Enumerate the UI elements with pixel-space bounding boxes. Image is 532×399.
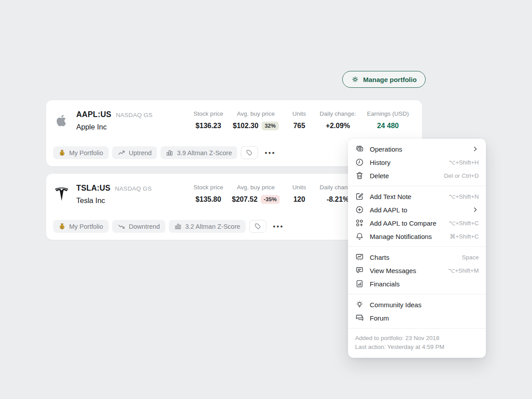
bar-chart-icon	[166, 149, 173, 156]
edit-note-icon	[355, 192, 364, 201]
context-menu: Operations History ⌥+Shift+H	[348, 139, 486, 358]
svg-text:$: $	[61, 225, 63, 229]
chip-label: Uptrend	[129, 149, 152, 156]
clock-icon	[355, 158, 364, 167]
menu-section-community: Community Ideas Forum	[348, 294, 486, 329]
stat-earnings: Earnings (USD) 24 480	[367, 110, 409, 130]
loss-badge: -35%	[261, 195, 280, 204]
lightbulb-icon	[355, 300, 364, 309]
message-icon	[355, 266, 364, 275]
chip-label: 3.9 Altman Z-Score	[177, 149, 232, 156]
shortcut-label: ⌘+Shift+C	[450, 233, 479, 240]
gain-badge: 32%	[262, 121, 279, 130]
menu-section-add: Add Text Note ⌥+Shift+N Add AAPL to	[348, 186, 486, 247]
stat-daily-change: Daily change: +2.09%	[320, 110, 356, 130]
tag-icon	[254, 223, 262, 230]
menu-item-add-aapl-to[interactable]: Add AAPL to	[348, 203, 486, 216]
chip-label: My Portfolio	[69, 223, 103, 230]
exchange-label: NASDAQ GS	[116, 112, 153, 118]
shortcut-label: ⌥+Shift+N	[449, 193, 479, 200]
svg-text:$: $	[61, 152, 63, 155]
company-name: Tesla Inc	[76, 196, 152, 205]
apple-logo	[54, 110, 70, 131]
gear-icon	[351, 75, 359, 83]
stat-avg-buy-price: Avg. buy price $102.30 32%	[233, 110, 279, 130]
menu-section-views: Charts Space View Messages ⌥+Shift+M	[348, 247, 486, 294]
chip-altman-z-score[interactable]: 3.2 Altman Z-Score	[169, 220, 246, 233]
portfolio-page: Manage portfolio AAPL:US NASDAQ GS Apple…	[0, 0, 532, 399]
ticker-symbol: TSLA:US	[76, 184, 110, 193]
exchange-label: NASDAQ GS	[115, 185, 152, 192]
add-tag-button[interactable]	[249, 220, 266, 233]
shortcut-label: Space	[462, 254, 479, 261]
cash-icon	[355, 145, 364, 153]
manage-portfolio-button[interactable]: Manage portfolio	[342, 71, 426, 88]
menu-item-forum[interactable]: Forum	[348, 311, 486, 325]
ticker-symbol: AAPL:US	[76, 110, 111, 119]
tag-icon	[246, 149, 253, 156]
menu-item-community-ideas[interactable]: Community Ideas	[348, 298, 486, 311]
menu-item-charts[interactable]: Charts Space	[348, 250, 486, 264]
menu-item-operations[interactable]: Operations	[348, 142, 486, 156]
stat-stock-price: Stock price $135.80	[194, 184, 223, 204]
trending-up-icon	[117, 149, 125, 157]
chip-my-portfolio[interactable]: $ My Portfolio	[53, 220, 109, 233]
menu-item-view-messages[interactable]: View Messages ⌥+Shift+M	[348, 264, 486, 277]
more-options-button[interactable]: •••	[273, 220, 284, 233]
shortcut-label: ⌥+Shift+M	[448, 267, 479, 274]
shortcut-label: Del or Ctrl+D	[444, 172, 479, 179]
tesla-logo	[54, 184, 70, 205]
company-name: Apple Inc	[76, 123, 153, 131]
chart-board-icon	[355, 253, 364, 262]
menu-footer: Added to portfolio: 23 Nov 2018 Last act…	[348, 329, 486, 358]
menu-item-delete[interactable]: Delete Del or Ctrl+D	[348, 169, 486, 182]
money-bag-icon: $	[59, 223, 66, 230]
menu-item-financials[interactable]: Financials	[348, 277, 486, 290]
compare-icon	[355, 219, 364, 227]
trending-down-icon	[117, 223, 125, 231]
bar-chart-icon	[174, 223, 182, 230]
chip-label: Downtrend	[129, 223, 160, 230]
menu-item-manage-notifications[interactable]: Manage Notifications ⌘+Shift+C	[348, 230, 486, 243]
chip-my-portfolio[interactable]: $ My Portfolio	[53, 146, 109, 159]
bell-icon	[355, 232, 364, 241]
stat-stock-price: Stock price $136.23	[194, 110, 223, 130]
trash-icon	[355, 171, 364, 180]
financials-icon	[355, 279, 364, 288]
plus-circle-icon	[355, 205, 364, 214]
stat-units: Units 765	[293, 110, 306, 130]
menu-item-history[interactable]: History ⌥+Shift+H	[348, 156, 486, 169]
more-options-button[interactable]: •••	[265, 146, 276, 159]
chip-altman-z-score[interactable]: 3.9 Altman Z-Score	[160, 146, 237, 159]
chip-label: 3.2 Altman Z-Score	[185, 223, 240, 230]
add-tag-button[interactable]	[241, 146, 258, 159]
money-bag-icon: $	[59, 149, 66, 156]
stat-avg-buy-price: Avg. buy price $207.52 -35%	[232, 184, 280, 204]
stat-units: Units 120	[293, 184, 306, 204]
chip-trend-downtrend[interactable]: Downtrend	[112, 220, 165, 233]
chip-trend-uptrend[interactable]: Uptrend	[112, 146, 157, 159]
menu-item-add-aapl-to-compare[interactable]: Add AAPL to Compare ⌥+Shift+C	[348, 216, 486, 230]
chevron-right-icon	[472, 145, 479, 153]
shortcut-label: ⌥+Shift+C	[449, 219, 479, 227]
forum-icon	[355, 313, 364, 322]
manage-portfolio-label: Manage portfolio	[363, 76, 417, 83]
last-action-text: Last action: Yesterday at 4:59 PM	[355, 343, 479, 352]
chip-label: My Portfolio	[69, 149, 103, 156]
menu-item-add-text-note[interactable]: Add Text Note ⌥+Shift+N	[348, 190, 486, 203]
menu-section-manage: Operations History ⌥+Shift+H	[348, 139, 486, 186]
added-to-portfolio-text: Added to portfolio: 23 Nov 2018	[355, 334, 479, 343]
shortcut-label: ⌥+Shift+H	[449, 159, 479, 166]
chevron-right-icon	[472, 206, 479, 213]
